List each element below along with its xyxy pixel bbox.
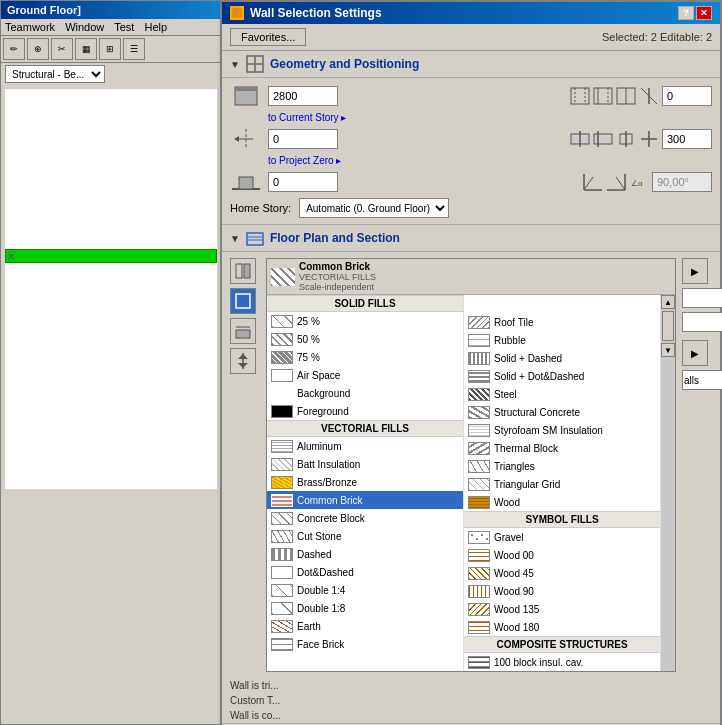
fill-item-wood90[interactable]: Wood 90 — [464, 582, 660, 600]
fill-item-75[interactable]: 75 % — [267, 348, 463, 366]
fill-item-composite[interactable]: 100 block insul. cav. — [464, 653, 660, 671]
geometry-section-header[interactable]: ▼ Geometry and Positioning — [222, 51, 720, 78]
offset-icon — [230, 127, 262, 151]
fill-item-wood00[interactable]: Wood 00 — [464, 546, 660, 564]
wall-type-icon-1[interactable] — [570, 87, 590, 105]
right-input-2[interactable] — [682, 312, 722, 332]
to-project-zero-link[interactable]: to Project Zero ▸ — [268, 155, 341, 166]
fill-item-triangular-grid[interactable]: Triangular Grid — [464, 475, 660, 493]
fill-item-wood45[interactable]: Wood 45 — [464, 564, 660, 582]
favorites-button[interactable]: Favorites... — [230, 28, 306, 46]
close-button[interactable]: ✕ — [696, 6, 712, 20]
cross-marker: ✕ — [7, 251, 15, 262]
menu-help[interactable]: Help — [144, 21, 167, 33]
fill-item-air[interactable]: Air Space — [267, 366, 463, 384]
wall-height-input[interactable] — [268, 86, 338, 106]
fill-item-25[interactable]: 25 % — [267, 312, 463, 330]
scroll-up-arrow[interactable]: ▲ — [661, 295, 675, 309]
fill-item-rubble[interactable]: Rubble — [464, 331, 660, 349]
fill-item-dotdash[interactable]: Dot&Dashed — [267, 563, 463, 581]
fill-item-solid-dashed[interactable]: Solid + Dashed — [464, 349, 660, 367]
fill-item-dashed[interactable]: Dashed — [267, 545, 463, 563]
angle-icon-2[interactable] — [606, 173, 626, 191]
fill-item-50[interactable]: 50 % — [267, 330, 463, 348]
align-icon-1[interactable] — [570, 130, 590, 148]
fill-item-wood180[interactable]: Wood 180 — [464, 618, 660, 636]
fill-item-earth[interactable]: Earth — [267, 617, 463, 635]
scroll-down-arrow[interactable]: ▼ — [661, 343, 675, 357]
home-story-dropdown[interactable]: Automatic (0. Ground Floor) — [299, 198, 449, 218]
fill-item-double18[interactable]: Double 1:8 — [267, 599, 463, 617]
left-ctrl-1[interactable] — [230, 258, 256, 284]
menu-test[interactable]: Test — [114, 21, 134, 33]
fill-item-styro[interactable]: Styrofoam SM Insulation — [464, 421, 660, 439]
wall-type-icon-2[interactable] — [593, 87, 613, 105]
align-icon-3[interactable] — [616, 130, 636, 148]
toolbar-btn-2[interactable]: ⊕ — [27, 38, 49, 60]
fill-item-double14[interactable]: Double 1:4 — [267, 581, 463, 599]
fill-list-scrollbar[interactable]: ▲ ▼ — [661, 295, 675, 671]
menu-teamwork[interactable]: Teamwork — [5, 21, 55, 33]
fill-item-background[interactable]: Background — [267, 384, 463, 402]
svg-line-32 — [584, 177, 593, 190]
toolbar-btn-1[interactable]: ✏ — [3, 38, 25, 60]
toolbar-btn-6[interactable]: ☰ — [123, 38, 145, 60]
to-current-story-link[interactable]: to Current Story ▸ — [268, 112, 346, 123]
align-icon-2[interactable] — [593, 130, 613, 148]
fill-item-common-brick[interactable]: Common Brick — [267, 491, 463, 509]
geo-input-right-2[interactable] — [662, 129, 712, 149]
fill-label-thermal: Thermal Block — [494, 443, 558, 454]
fill-item-thermal[interactable]: Thermal Block — [464, 439, 660, 457]
fill-label-wood00: Wood 00 — [494, 550, 534, 561]
fill-item-foreground[interactable]: Foreground — [267, 402, 463, 420]
fill-label-25: 25 % — [297, 316, 320, 327]
offset-input[interactable] — [268, 129, 338, 149]
toolbar-btn-5[interactable]: ⊞ — [99, 38, 121, 60]
left-ctrl-3[interactable] — [230, 318, 256, 344]
fill-item-gravel[interactable]: Gravel — [464, 528, 660, 546]
fill-item-steel[interactable]: Steel — [464, 385, 660, 403]
floor-input[interactable] — [268, 172, 338, 192]
symbol-fills-category: SYMBOL FILLS — [464, 511, 660, 528]
fill-item-cut[interactable]: Cut Stone — [267, 527, 463, 545]
bg-titlebar: Ground Floor] — [1, 1, 221, 19]
fill-label-75: 75 % — [297, 352, 320, 363]
fill-item-structural[interactable]: Structural Concrete — [464, 403, 660, 421]
right-input-3[interactable] — [682, 370, 722, 390]
fill-preview-alum — [271, 440, 293, 453]
fill-item-brass[interactable]: Brass/Bronze — [267, 473, 463, 491]
fill-preview-styro — [468, 424, 490, 437]
left-ctrl-2[interactable] — [230, 288, 256, 314]
fill-preview-wood90 — [468, 585, 490, 598]
structural-dropdown[interactable]: Structural - Be... — [5, 65, 105, 83]
icon-group-1 — [570, 87, 636, 105]
fill-preview-dashed — [271, 548, 293, 561]
fill-item-triangles[interactable]: Triangles — [464, 457, 660, 475]
angle-input[interactable] — [652, 172, 712, 192]
fill-item-wood[interactable]: Wood — [464, 493, 660, 511]
menu-window[interactable]: Window — [65, 21, 104, 33]
fill-item-aluminum[interactable]: Aluminum — [267, 437, 463, 455]
canvas-area[interactable]: ✕ — [5, 89, 217, 489]
fill-item-roof[interactable]: Roof Tile — [464, 313, 660, 331]
fill-item-face[interactable]: Face Brick — [267, 635, 463, 653]
right-input-1[interactable] — [682, 288, 722, 308]
fill-item-concrete[interactable]: Concrete Block — [267, 509, 463, 527]
left-ctrl-4[interactable] — [230, 348, 256, 374]
fill-item-wood135[interactable]: Wood 135 — [464, 600, 660, 618]
angle-measure-icon: ∠α — [630, 173, 648, 191]
help-button[interactable]: ? — [678, 6, 694, 20]
dialog-controls: ? ✕ — [678, 6, 712, 20]
wall-type-icon-3[interactable] — [616, 87, 636, 105]
fill-label-alum: Aluminum — [297, 441, 341, 452]
fill-item-batt[interactable]: Batt Insulation — [267, 455, 463, 473]
geo-input-right-1[interactable] — [662, 86, 712, 106]
toolbar-btn-3[interactable]: ✂ — [51, 38, 73, 60]
fill-item-solid-dotdash[interactable]: Solid + Dot&Dashed — [464, 367, 660, 385]
angle-icon-1[interactable] — [583, 173, 603, 191]
floorplan-section-header[interactable]: ▼ Floor Plan and Section — [222, 225, 720, 252]
right-arrow-btn-1[interactable]: ▶ — [682, 258, 708, 284]
scroll-thumb[interactable] — [662, 311, 674, 341]
right-arrow-btn-2[interactable]: ▶ — [682, 340, 708, 366]
toolbar-btn-4[interactable]: ▦ — [75, 38, 97, 60]
